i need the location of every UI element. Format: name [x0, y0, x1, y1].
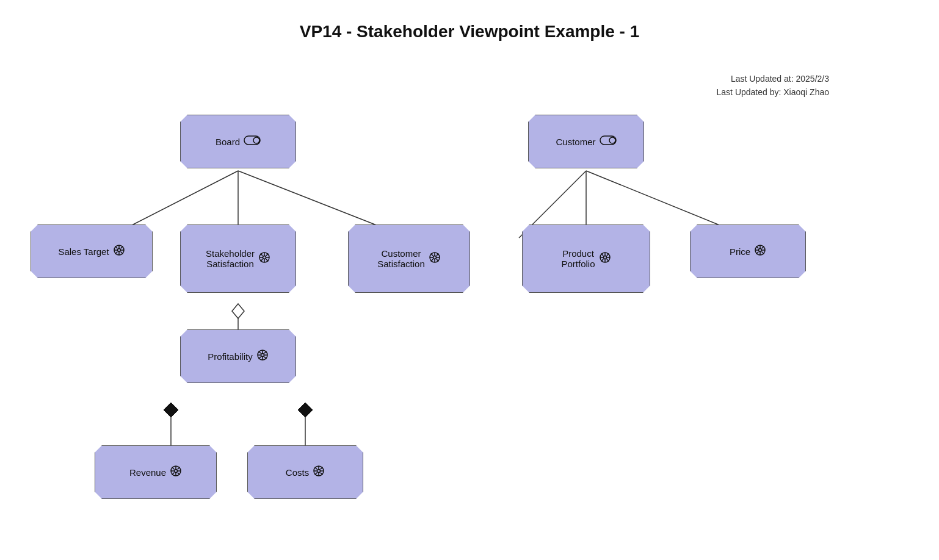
svg-point-87	[317, 469, 321, 472]
node-sales-target[interactable]: Sales Target	[31, 224, 153, 278]
svg-point-37	[433, 256, 436, 259]
updated-by: Last Updated by: Xiaoqi Zhao	[717, 85, 829, 99]
node-stakeholder-satisfaction[interactable]: StakeholderSatisfaction	[180, 224, 296, 293]
meta-info: Last Updated at: 2025/2/3 Last Updated b…	[717, 72, 829, 99]
costs-label: Costs	[286, 467, 309, 478]
product-portfolio-icon	[599, 251, 611, 267]
customer-toggle-icon	[600, 135, 617, 148]
customer-label: Customer	[556, 137, 595, 147]
stakeholder-satisfaction-label: StakeholderSatisfaction	[206, 248, 255, 269]
page-title: VP14 - Stakeholder Viewpoint Example - 1	[0, 0, 939, 41]
revenue-icon	[170, 465, 182, 480]
price-label: Price	[730, 246, 750, 257]
node-price[interactable]: Price	[690, 224, 806, 278]
customer-satisfaction-label: CustomerSatisfaction	[377, 248, 425, 269]
svg-point-67	[261, 353, 264, 356]
revenue-label: Revenue	[129, 467, 166, 478]
node-customer[interactable]: Customer	[528, 115, 644, 168]
stakeholder-satisfaction-icon	[258, 251, 270, 267]
product-portfolio-label: ProductPortfolio	[561, 248, 595, 269]
svg-point-17	[117, 248, 120, 251]
node-board[interactable]: Board	[180, 115, 296, 168]
svg-marker-7	[232, 304, 244, 318]
customer-satisfaction-icon	[429, 251, 441, 267]
costs-icon	[313, 465, 325, 480]
svg-point-15	[609, 137, 615, 143]
board-toggle-icon	[244, 135, 261, 148]
node-revenue[interactable]: Revenue	[95, 445, 217, 499]
sales-target-label: Sales Target	[58, 246, 109, 257]
svg-marker-9	[164, 403, 178, 417]
node-profitability[interactable]: Profitability	[180, 329, 296, 383]
svg-marker-11	[298, 403, 313, 417]
node-costs[interactable]: Costs	[247, 445, 363, 499]
svg-point-57	[759, 248, 762, 251]
sales-target-icon	[113, 244, 125, 259]
updated-at: Last Updated at: 2025/2/3	[717, 72, 829, 85]
profitability-label: Profitability	[208, 351, 252, 362]
node-customer-satisfaction[interactable]: CustomerSatisfaction	[348, 224, 470, 293]
node-product-portfolio[interactable]: ProductPortfolio	[522, 224, 650, 293]
svg-point-13	[253, 137, 259, 143]
svg-point-77	[175, 469, 178, 472]
svg-point-47	[603, 256, 606, 259]
board-label: Board	[216, 137, 240, 147]
profitability-icon	[256, 349, 269, 364]
diagram-area: VP14 - Stakeholder Viewpoint Example - 1…	[0, 0, 939, 560]
svg-point-27	[263, 256, 266, 259]
price-icon	[754, 244, 766, 259]
